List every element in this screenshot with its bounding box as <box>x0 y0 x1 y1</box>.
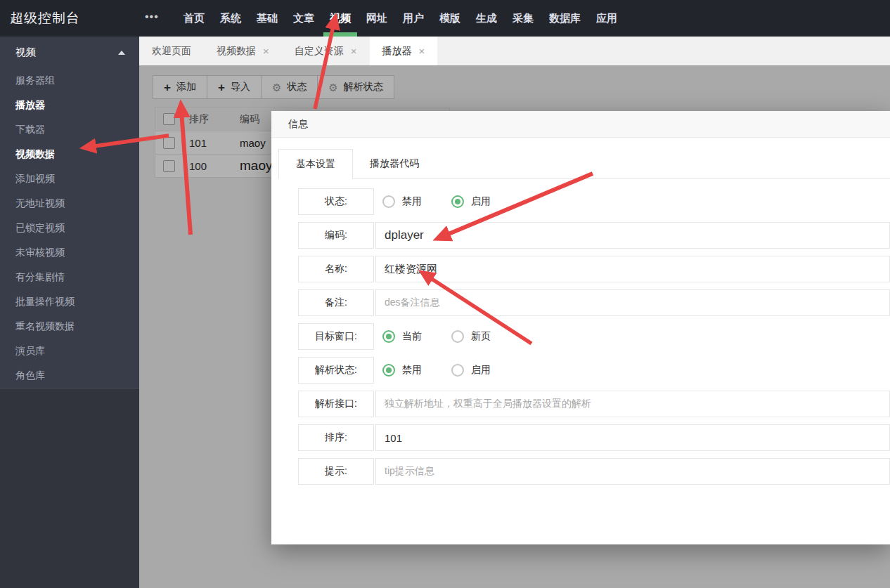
nav-item-采集[interactable]: 采集 <box>505 0 541 37</box>
nav-item-label: 数据库 <box>549 12 581 24</box>
nav-item-数据库[interactable]: 数据库 <box>541 0 588 37</box>
form-row: 备注:des备注信息 <box>298 289 890 316</box>
modal-tab-播放器代码[interactable]: 播放器代码 <box>353 149 436 178</box>
tab-label: 视频数据 <box>217 45 256 58</box>
radio-option-禁用[interactable]: 禁用 <box>382 195 422 208</box>
radio-option-label: 禁用 <box>402 364 422 377</box>
sidebar-item-下载器[interactable]: 下载器 <box>0 117 139 142</box>
radio-field: 禁用启用 <box>374 188 890 215</box>
text-input[interactable]: tip提示信息 <box>375 458 890 485</box>
nav-item-label: 应用 <box>596 12 617 24</box>
tab-close-icon[interactable]: × <box>351 46 357 56</box>
app-logo: 超级控制台 <box>10 0 80 37</box>
nav-item-应用[interactable]: 应用 <box>588 0 625 37</box>
nav-item-用户[interactable]: 用户 <box>395 0 432 37</box>
nav-item-label: 首页 <box>183 12 205 24</box>
nav-item-视频[interactable]: 视频 <box>322 0 359 37</box>
tab-close-icon[interactable]: × <box>263 46 269 56</box>
tab-close-icon[interactable]: × <box>419 46 425 56</box>
admin-console-page: 超级控制台 ••• 首页系统基础文章视频网址用户模版生成采集数据库应用 视频 服… <box>0 0 890 588</box>
nav-item-label: 网址 <box>366 12 387 24</box>
nav-item-label: 文章 <box>293 12 314 24</box>
text-input[interactable]: 101 <box>375 424 890 451</box>
sidebar-item-已锁定视频[interactable]: 已锁定视频 <box>0 216 139 240</box>
form-row: 编码:dplayer <box>298 222 890 249</box>
radio-unchecked-icon <box>451 364 464 377</box>
sidebar-item-视频数据[interactable]: 视频数据 <box>0 142 139 166</box>
nav-item-网址[interactable]: 网址 <box>359 0 395 37</box>
nav-item-label: 模版 <box>439 12 460 24</box>
form-label: 备注: <box>298 289 374 316</box>
nav-item-label: 生成 <box>476 12 497 24</box>
sidebar-item-角色库[interactable]: 角色库 <box>0 363 139 388</box>
form-label: 排序: <box>298 424 374 451</box>
sidebar-item-服务器组[interactable]: 服务器组 <box>0 68 139 93</box>
form-label: 名称: <box>298 256 374 282</box>
sidebar-item-批量操作视频[interactable]: 批量操作视频 <box>0 289 139 314</box>
text-input[interactable]: 独立解析地址，权重高于全局播放器设置的解析 <box>375 391 890 417</box>
nav-item-基础[interactable]: 基础 <box>249 0 285 37</box>
tab-label: 播放器 <box>382 45 412 58</box>
radio-option-启用[interactable]: 启用 <box>451 195 491 208</box>
radio-field: 当前新页 <box>374 323 890 350</box>
radio-option-label: 启用 <box>471 364 491 377</box>
navbar-more-icon[interactable]: ••• <box>145 0 159 34</box>
form-row: 状态:禁用启用 <box>298 188 890 215</box>
form-row: 解析状态:禁用启用 <box>298 357 890 384</box>
sidebar-group-video[interactable]: 视频 <box>0 37 139 68</box>
radio-option-禁用[interactable]: 禁用 <box>382 364 422 377</box>
active-nav-underline-icon <box>323 32 357 37</box>
info-modal: 信息 基本设置播放器代码 状态:禁用启用编码:dplayer名称:红楼资源网备注… <box>271 111 890 544</box>
modal-tab-基本设置[interactable]: 基本设置 <box>278 149 353 179</box>
nav-item-模版[interactable]: 模版 <box>432 0 468 37</box>
radio-option-新页[interactable]: 新页 <box>451 330 491 343</box>
modal-title: 信息 <box>271 111 890 138</box>
radio-option-label: 禁用 <box>402 195 422 208</box>
sidebar-item-重名视频数据[interactable]: 重名视频数据 <box>0 314 139 339</box>
form-label: 解析状态: <box>298 357 374 384</box>
nav-item-文章[interactable]: 文章 <box>285 0 322 37</box>
form-row: 名称:红楼资源网 <box>298 256 890 282</box>
radio-field: 禁用启用 <box>374 357 890 384</box>
sidebar-item-添加视频[interactable]: 添加视频 <box>0 166 139 191</box>
tab-视频数据[interactable]: 视频数据× <box>204 37 282 65</box>
sidebar-item-演员库[interactable]: 演员库 <box>0 339 139 363</box>
radio-option-启用[interactable]: 启用 <box>451 364 491 377</box>
text-input[interactable]: 红楼资源网 <box>375 256 890 282</box>
radio-checked-icon <box>451 195 464 208</box>
sidebar-item-播放器[interactable]: 播放器 <box>0 93 139 117</box>
tab-播放器[interactable]: 播放器× <box>370 37 438 65</box>
tab-自定义资源[interactable]: 自定义资源× <box>282 37 370 65</box>
navbar-menu: 首页系统基础文章视频网址用户模版生成采集数据库应用 <box>176 0 625 37</box>
nav-item-首页[interactable]: 首页 <box>176 0 212 37</box>
radio-unchecked-icon <box>382 195 395 208</box>
nav-item-label: 视频 <box>330 12 351 24</box>
nav-item-label: 基础 <box>257 12 278 24</box>
form-label: 解析接口: <box>298 391 374 417</box>
form-label: 编码: <box>298 222 374 249</box>
sidebar-footer-area <box>0 388 139 588</box>
form-row: 提示:tip提示信息 <box>298 458 890 485</box>
top-navbar: 超级控制台 ••• 首页系统基础文章视频网址用户模版生成采集数据库应用 <box>0 0 890 37</box>
form-label: 状态: <box>298 188 374 215</box>
nav-item-系统[interactable]: 系统 <box>212 0 249 37</box>
radio-unchecked-icon <box>451 330 464 343</box>
form-row: 排序:101 <box>298 424 890 451</box>
radio-option-label: 启用 <box>471 195 491 208</box>
text-input[interactable]: dplayer <box>375 222 890 249</box>
radio-checked-icon <box>382 364 395 377</box>
nav-item-生成[interactable]: 生成 <box>468 0 505 37</box>
sidebar: 视频 服务器组播放器下载器视频数据添加视频无地址视频已锁定视频未审核视频有分集剧… <box>0 37 139 588</box>
radio-option-当前[interactable]: 当前 <box>382 330 422 343</box>
radio-checked-icon <box>382 330 395 343</box>
nav-item-label: 用户 <box>403 12 424 24</box>
sidebar-item-有分集剧情[interactable]: 有分集剧情 <box>0 265 139 289</box>
sidebar-item-未审核视频[interactable]: 未审核视频 <box>0 240 139 265</box>
text-input[interactable]: des备注信息 <box>375 289 890 316</box>
sidebar-menu: 服务器组播放器下载器视频数据添加视频无地址视频已锁定视频未审核视频有分集剧情批量… <box>0 68 139 388</box>
sidebar-item-无地址视频[interactable]: 无地址视频 <box>0 191 139 216</box>
form-label: 目标窗口: <box>298 323 374 350</box>
tab-欢迎页面[interactable]: 欢迎页面 <box>139 37 204 65</box>
form-row: 解析接口:独立解析地址，权重高于全局播放器设置的解析 <box>298 391 890 417</box>
radio-option-label: 新页 <box>471 330 491 343</box>
